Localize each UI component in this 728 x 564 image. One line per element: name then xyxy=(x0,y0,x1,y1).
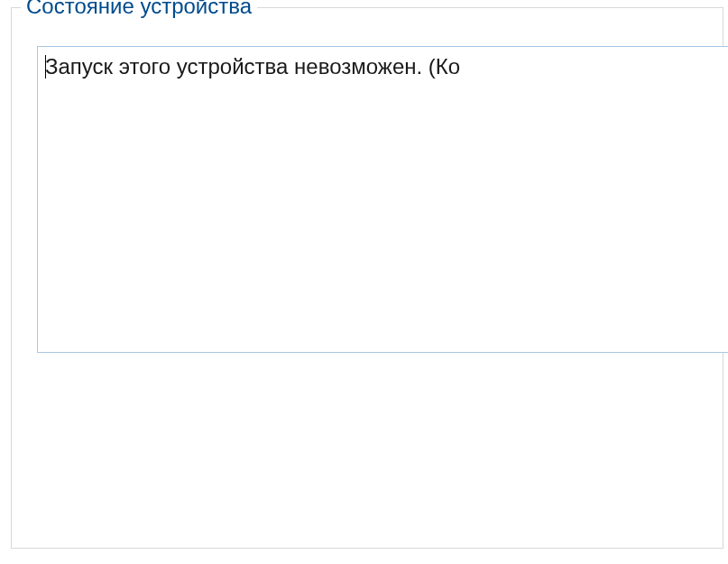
device-status-group: Состояние устройства Запуск этого устрой… xyxy=(11,7,723,549)
device-status-message: Запуск этого устройства невозможен. (Ко xyxy=(45,54,460,79)
device-status-group-title: Состояние устройства xyxy=(21,0,257,19)
device-status-text[interactable]: Запуск этого устройства невозможен. (Ко xyxy=(37,46,728,353)
